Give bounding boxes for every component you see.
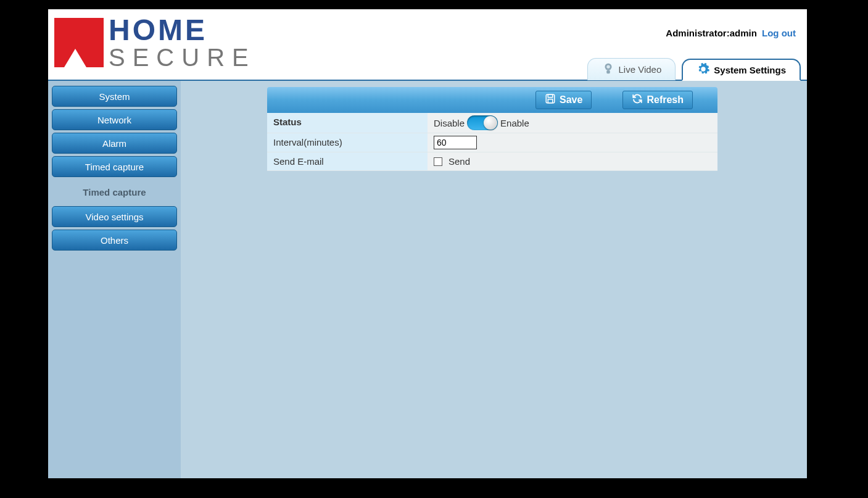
- row-email: Send E-mail Send: [267, 152, 717, 171]
- tab-system-settings-label: System Settings: [714, 65, 786, 75]
- logo-secure: SECURE: [109, 45, 256, 70]
- status-enable-text: Enable: [500, 118, 529, 128]
- svg-rect-4: [548, 94, 553, 98]
- logo-home: HOME: [109, 15, 256, 45]
- user-name: admin: [730, 28, 757, 38]
- svg-rect-2: [606, 70, 610, 74]
- svg-point-1: [606, 65, 610, 69]
- send-email-checkbox-label: Send: [448, 156, 470, 167]
- camera-icon: [601, 62, 615, 77]
- logo-text: HOME SECURE: [109, 15, 256, 70]
- save-button[interactable]: Save: [535, 91, 592, 109]
- refresh-label: Refresh: [647, 94, 684, 106]
- status-label: Status: [267, 113, 428, 133]
- save-label: Save: [560, 94, 582, 106]
- sidebar-item-system[interactable]: System: [52, 86, 177, 107]
- email-value-cell: Send: [428, 152, 717, 170]
- interval-value-cell: [428, 133, 717, 152]
- logo: HOME SECURE: [54, 15, 256, 70]
- refresh-icon: [632, 93, 643, 107]
- save-icon: [545, 93, 556, 107]
- logo-icon: [54, 18, 104, 67]
- refresh-button[interactable]: Refresh: [622, 91, 693, 109]
- user-prefix: Administrator:: [666, 28, 729, 38]
- tab-system-settings[interactable]: System Settings: [682, 59, 801, 81]
- settings-panel: Save Refresh Status Disable: [267, 87, 717, 171]
- toolbar: Save Refresh: [267, 87, 717, 113]
- svg-rect-5: [548, 99, 553, 103]
- email-label: Send E-mail: [267, 152, 428, 170]
- gear-icon: [696, 62, 710, 78]
- sidebar-item-video-settings[interactable]: Video settings: [52, 206, 177, 227]
- sidebar-item-others[interactable]: Others: [52, 230, 177, 251]
- logout-link[interactable]: Log out: [762, 28, 796, 38]
- status-disable-text: Disable: [434, 118, 465, 128]
- header: HOME SECURE Administrator:admin Log out …: [48, 9, 807, 81]
- header-user-area: Administrator:admin Log out: [666, 28, 796, 38]
- sidebar-item-alarm[interactable]: Alarm: [52, 133, 177, 154]
- tab-live-video-label: Live Video: [619, 64, 662, 75]
- status-value-cell: Disable Enable: [428, 113, 717, 133]
- send-email-checkbox[interactable]: [434, 157, 442, 166]
- body: System Network Alarm Timed capture Timed…: [48, 81, 807, 478]
- row-status: Status Disable Enable: [267, 113, 717, 133]
- toggle-knob: [484, 116, 497, 130]
- sidebar: System Network Alarm Timed capture Timed…: [48, 81, 181, 478]
- sidebar-sub-timed-capture[interactable]: Timed capture: [52, 180, 177, 206]
- app-window: HOME SECURE Administrator:admin Log out …: [48, 9, 807, 478]
- status-toggle[interactable]: [467, 115, 498, 130]
- sidebar-item-network[interactable]: Network: [52, 109, 177, 130]
- sidebar-item-timed-capture[interactable]: Timed capture: [52, 156, 177, 177]
- main-tabs: Live Video System Settings: [581, 58, 801, 80]
- interval-label: Interval(minutes): [267, 133, 428, 152]
- content-area: Save Refresh Status Disable: [181, 81, 807, 478]
- tab-live-video[interactable]: Live Video: [587, 58, 676, 80]
- row-interval: Interval(minutes): [267, 133, 717, 152]
- interval-input[interactable]: [434, 136, 477, 149]
